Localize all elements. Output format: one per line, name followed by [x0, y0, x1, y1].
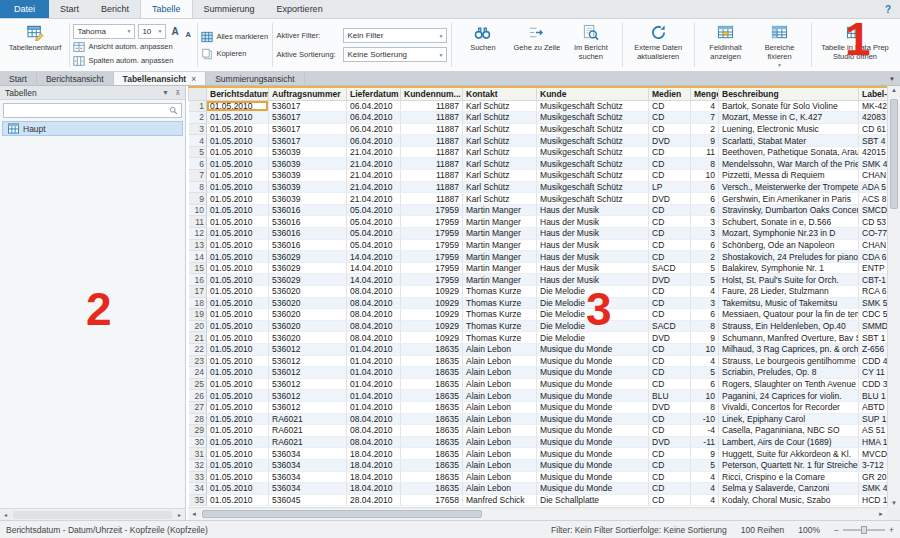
table-cell[interactable]: CBT-1: [859, 274, 888, 286]
table-cell[interactable]: 536012: [269, 367, 347, 379]
table-cell[interactable]: 21.04.2010: [347, 170, 401, 182]
zoom-slider-thumb[interactable]: [861, 526, 867, 534]
table-row[interactable]: 1501.05.201053602914.04.201017959Martin …: [189, 262, 888, 274]
table-cell[interactable]: 06.04.2010: [347, 123, 401, 135]
table-cell[interactable]: 18635: [401, 459, 463, 471]
table-cell[interactable]: 21.04.2010: [347, 146, 401, 158]
table-cell[interactable]: 18635: [401, 448, 463, 460]
table-cell[interactable]: 536012: [269, 390, 347, 402]
table-cell[interactable]: LP: [649, 181, 691, 193]
table-row[interactable]: 901.05.201053603921.04.201011887Karl Sch…: [189, 193, 888, 205]
table-cell[interactable]: CD: [649, 158, 691, 170]
table-cell[interactable]: CHAN: [859, 170, 888, 182]
table-cell[interactable]: 536020: [269, 332, 347, 344]
zoom-slider[interactable]: [843, 529, 885, 531]
table-cell[interactable]: Alain Lebon: [463, 355, 537, 367]
table-cell[interactable]: SACD: [649, 262, 691, 274]
table-cell[interactable]: 01.05.2010: [207, 425, 269, 437]
table-cell[interactable]: Ricci, Crispino e la Comare: [719, 471, 859, 483]
table-cell[interactable]: 3-712: [859, 459, 888, 471]
table-cell[interactable]: 01.05.2010: [207, 320, 269, 332]
table-cell[interactable]: Schumann, Manfred Overture, Bav SO: [719, 332, 859, 344]
table-cell[interactable]: Martin Manger: [463, 216, 537, 228]
table-cell[interactable]: 536012: [269, 401, 347, 413]
table-cell[interactable]: ADA 5: [859, 181, 888, 193]
table-row[interactable]: 1901.05.201053602008.04.201010929Thomas …: [189, 309, 888, 321]
table-cell[interactable]: Haus der Musik: [537, 216, 649, 228]
table-cell[interactable]: 14.04.2010: [347, 274, 401, 286]
table-cell[interactable]: 10: [691, 170, 719, 182]
table-cell[interactable]: 3: [691, 216, 719, 228]
table-cell[interactable]: 18635: [401, 425, 463, 437]
scroll-up-icon[interactable]: ▲: [888, 87, 900, 93]
table-cell[interactable]: SMCD: [859, 204, 888, 216]
table-cell[interactable]: CD: [649, 343, 691, 355]
table-cell[interactable]: 14.04.2010: [347, 251, 401, 263]
table-cell[interactable]: 11887: [401, 170, 463, 182]
table-cell[interactable]: Musique du Monde: [537, 448, 649, 460]
scroll-right-icon[interactable]: ►: [875, 511, 887, 517]
table-cell[interactable]: Strauss, Le bourgeois gentilhomme: [719, 355, 859, 367]
table-cell[interactable]: BLU: [649, 390, 691, 402]
table-cell[interactable]: 18.04.2010: [347, 483, 401, 495]
tab-datei[interactable]: Datei: [0, 0, 49, 18]
table-cell[interactable]: Alain Lebon: [463, 425, 537, 437]
table-cell[interactable]: 536029: [269, 274, 347, 286]
table-cell[interactable]: Luening, Electronic Music: [719, 123, 859, 135]
table-row[interactable]: 1401.05.201053602914.04.201017959Martin …: [189, 251, 888, 263]
table-cell[interactable]: 6: [691, 309, 719, 321]
view-tab-tabellenansicht[interactable]: Tabellenansicht×: [114, 72, 207, 85]
table-cell[interactable]: Haus der Musik: [537, 204, 649, 216]
vertical-scrollbar[interactable]: ▲ ▼: [887, 86, 900, 507]
table-cell[interactable]: Haus der Musik: [537, 251, 649, 263]
table-row[interactable]: 301.05.201053601706.04.201011887Karl Sch…: [189, 123, 888, 135]
table-cell[interactable]: Musique du Monde: [537, 436, 649, 448]
table-cell[interactable]: Z-656: [859, 343, 888, 355]
table-cell[interactable]: -4: [691, 425, 719, 437]
shrink-font-button[interactable]: A: [184, 30, 193, 39]
table-cell[interactable]: RA6021: [269, 425, 347, 437]
table-cell[interactable]: Martin Manger: [463, 239, 537, 251]
table-cell[interactable]: 08.04.2010: [347, 332, 401, 344]
table-cell[interactable]: 14.04.2010: [347, 262, 401, 274]
table-cell[interactable]: 11887: [401, 123, 463, 135]
table-cell[interactable]: 11887: [401, 146, 463, 158]
table-cell[interactable]: CDD 4: [859, 355, 888, 367]
table-cell[interactable]: 18635: [401, 378, 463, 390]
table-cell[interactable]: RA6021: [269, 413, 347, 425]
table-cell[interactable]: 01.05.2010: [207, 343, 269, 355]
grow-font-button[interactable]: A: [169, 26, 180, 37]
table-cell[interactable]: 01.05.2010: [207, 228, 269, 240]
view-tab-berichtsansicht[interactable]: Berichtsansicht: [37, 72, 114, 85]
table-cell[interactable]: 01.05.2010: [207, 158, 269, 170]
table-cell[interactable]: 8: [691, 401, 719, 413]
table-cell[interactable]: 05.04.2010: [347, 204, 401, 216]
table-cell[interactable]: CDC 5: [859, 309, 888, 321]
table-cell[interactable]: CD: [649, 286, 691, 298]
table-cell[interactable]: 4: [691, 286, 719, 298]
table-cell[interactable]: Bartok, Sonate für Solo Violine: [719, 100, 859, 112]
horizontal-scrollbar[interactable]: ◄ ►: [188, 507, 887, 520]
column-header[interactable]: Menge: [691, 87, 719, 100]
table-cell[interactable]: MK-42: [859, 100, 888, 112]
table-cell[interactable]: 6: [691, 239, 719, 251]
table-cell[interactable]: Musique du Monde: [537, 390, 649, 402]
table-row[interactable]: 3401.05.201053603418.04.201018635Alain L…: [189, 483, 888, 495]
table-cell[interactable]: 01.05.2010: [207, 413, 269, 425]
table-cell[interactable]: CD: [649, 204, 691, 216]
table-cell[interactable]: Musique du Monde: [537, 343, 649, 355]
table-cell[interactable]: GR 20: [859, 471, 888, 483]
table-cell[interactable]: 536017: [269, 112, 347, 124]
scroll-right-icon[interactable]: ►: [174, 512, 185, 518]
table-cell[interactable]: ABTD: [859, 401, 888, 413]
table-cell[interactable]: 01.05.2010: [207, 123, 269, 135]
table-cell[interactable]: Musikgeschäft Schütz: [537, 158, 649, 170]
search-in-report-button[interactable]: Im Bericht suchen: [564, 21, 618, 69]
table-cell[interactable]: 9: [691, 448, 719, 460]
table-cell[interactable]: 17959: [401, 239, 463, 251]
table-cell[interactable]: 3: [691, 297, 719, 309]
tab-bericht[interactable]: Bericht: [90, 0, 140, 18]
view-tab-start[interactable]: Start: [0, 72, 37, 85]
table-cell[interactable]: 536017: [269, 100, 347, 112]
table-cell[interactable]: CD 53: [859, 216, 888, 228]
